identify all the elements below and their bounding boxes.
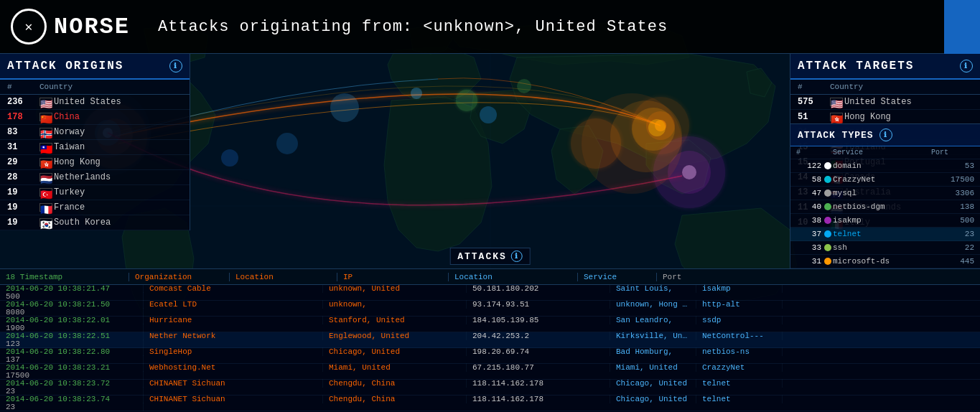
attack-type-row[interactable]: 40 netbios-dgm 138 bbox=[790, 200, 980, 214]
row-org: Webhosting.Net bbox=[144, 363, 323, 372]
table-row[interactable]: 2014-06-20 10:38:23.72 CHINANET Sichuan … bbox=[0, 380, 980, 395]
attacks-label: ATTACKS ℹ bbox=[449, 248, 531, 265]
attack-type-row[interactable]: 58 CrazzyNet 17500 bbox=[790, 173, 980, 187]
row-target-location: Chicago, United bbox=[610, 379, 696, 388]
attack-origins-header: ATTACK ORIGINS ℹ bbox=[0, 54, 190, 80]
row-target-location: San Leandro, bbox=[610, 316, 696, 324]
origins-row[interactable]: 19 🇹🇷 Turkey bbox=[0, 185, 190, 200]
at-port: 17500 bbox=[931, 175, 974, 184]
row-service: NetControl--- bbox=[696, 332, 783, 340]
targets-flag: 🇺🇸 bbox=[830, 98, 843, 106]
origins-count: 29 bbox=[7, 157, 39, 167]
attack-type-row[interactable]: 47 mysql 3306 bbox=[790, 187, 980, 200]
row-ip: 118.114.162.178 bbox=[467, 379, 610, 388]
row-service: telnet bbox=[696, 379, 783, 388]
attack-origins-info-icon[interactable]: ℹ bbox=[169, 60, 182, 72]
attack-types-info-icon[interactable]: ℹ bbox=[879, 128, 892, 141]
table-row[interactable]: 2014-06-20 10:38:22.80 SingleHop Chicago… bbox=[0, 348, 980, 364]
at-dot bbox=[824, 189, 831, 197]
table-row[interactable]: 2014-06-20 10:38:22.01 Hurricane Stanfor… bbox=[0, 317, 980, 332]
row-target-location: unknown, Hong Kong bbox=[610, 300, 696, 309]
origins-row[interactable]: 28 🇳🇱 Netherlands bbox=[0, 170, 190, 185]
at-port: 3306 bbox=[931, 189, 974, 197]
row-location: Stanford, United bbox=[323, 316, 467, 324]
targets-row[interactable]: 51 🇭🇰 Hong Kong bbox=[790, 110, 980, 125]
at-count: 58 bbox=[796, 175, 821, 184]
at-dot bbox=[824, 244, 831, 251]
table-row[interactable]: 2014-06-20 10:38:23.74 CHINANET Sichuan … bbox=[0, 395, 980, 411]
row-ip: 118.114.162.178 bbox=[467, 395, 610, 403]
row-port: 8080 bbox=[0, 308, 144, 317]
at-col-number: # bbox=[796, 149, 821, 156]
row-org: Nether Network bbox=[144, 332, 323, 340]
targets-row[interactable]: 575 🇺🇸 United States bbox=[790, 95, 980, 110]
origins-row[interactable]: 19 🇫🇷 France bbox=[0, 200, 190, 215]
row-service: telnet bbox=[696, 395, 783, 403]
attack-types-col-header: # Service Port bbox=[790, 146, 980, 159]
attack-type-row[interactable]: 122 domain 53 bbox=[790, 159, 980, 173]
row-org: Hurricane bbox=[144, 316, 323, 324]
at-dot bbox=[824, 217, 831, 224]
at-name: domain bbox=[833, 161, 931, 170]
attack-targets-info-icon[interactable]: ℹ bbox=[960, 60, 973, 72]
origins-name: France bbox=[54, 202, 182, 212]
at-count: 37 bbox=[796, 230, 821, 238]
targets-col-number: # bbox=[798, 83, 830, 91]
attack-types-rows-container: 122 domain 53 58 CrazzyNet 17500 47 mysq… bbox=[790, 159, 980, 268]
row-target-location: Chicago, United bbox=[610, 395, 696, 403]
table-row[interactable]: 2014-06-20 10:38:21.50 Ecatel LTD unknow… bbox=[0, 301, 980, 317]
attack-type-row[interactable]: 31 microsoft-ds 445 bbox=[790, 255, 980, 268]
at-name: microsoft-ds bbox=[833, 257, 931, 266]
targets-flag: 🇭🇰 bbox=[830, 113, 843, 121]
origins-name: South Korea bbox=[54, 217, 182, 228]
header: ✕ NORSE Attacks originating from: <unkno… bbox=[0, 0, 980, 54]
at-dot bbox=[824, 203, 831, 210]
origins-count: 19 bbox=[7, 187, 39, 197]
origins-row[interactable]: 236 🇺🇸 United States bbox=[0, 95, 190, 110]
row-ip: 198.20.69.74 bbox=[467, 347, 610, 356]
attack-type-row[interactable]: 38 isakmp 500 bbox=[790, 214, 980, 228]
table-row[interactable]: 2014-06-20 10:38:23.21 Webhosting.Net Mi… bbox=[0, 364, 980, 380]
origins-col-number: # bbox=[7, 83, 39, 91]
origins-count: 236 bbox=[7, 97, 39, 107]
row-ip: 184.105.139.85 bbox=[467, 316, 610, 324]
targets-name: Hong Kong bbox=[844, 112, 973, 122]
logo-icon: ✕ bbox=[11, 9, 47, 45]
at-count: 47 bbox=[796, 189, 821, 197]
row-port: 23 bbox=[0, 387, 144, 395]
attacks-info-icon[interactable]: ℹ bbox=[511, 251, 523, 262]
origins-row[interactable]: 83 🇳🇴 Norway bbox=[0, 125, 190, 140]
targets-count: 575 bbox=[798, 97, 830, 107]
row-location: Englewood, United bbox=[323, 332, 467, 340]
row-port: 17500 bbox=[0, 371, 144, 380]
origins-flag: 🇭🇰 bbox=[39, 158, 52, 167]
at-name: telnet bbox=[833, 230, 931, 238]
row-org: Comcast Cable bbox=[144, 284, 323, 293]
row-location: unknown, bbox=[323, 300, 467, 309]
origins-flag: 🇰🇷 bbox=[39, 218, 52, 227]
row-service: http-alt bbox=[696, 300, 783, 309]
origins-name: Hong Kong bbox=[54, 157, 182, 167]
origins-row[interactable]: 178 🇨🇳 China bbox=[0, 110, 190, 125]
row-service: netbios-ns bbox=[696, 347, 783, 356]
origins-flag: 🇹🇼 bbox=[39, 143, 52, 151]
attack-type-row[interactable]: 37 telnet 23 bbox=[790, 228, 980, 241]
at-count: 33 bbox=[796, 243, 821, 252]
attack-origins-panel: ATTACK ORIGINS ℹ # Country 236 🇺🇸 United… bbox=[0, 54, 190, 230]
origins-row[interactable]: 29 🇭🇰 Hong Kong bbox=[0, 155, 190, 170]
table-row[interactable]: 2014-06-20 10:38:21.47 Comcast Cable unk… bbox=[0, 285, 980, 301]
row-target-location: Saint Louis, bbox=[610, 284, 696, 293]
at-count: 31 bbox=[796, 257, 821, 266]
attack-types-header: ATTACK TYPES ℹ bbox=[790, 124, 980, 146]
origins-row[interactable]: 19 🇰🇷 South Korea bbox=[0, 215, 190, 230]
attacker-col-header: Organization bbox=[129, 273, 230, 281]
at-port: 138 bbox=[931, 202, 974, 211]
attack-type-row[interactable]: 33 ssh 22 bbox=[790, 241, 980, 255]
table-row[interactable]: 2014-06-20 10:38:22.51 Nether Network En… bbox=[0, 332, 980, 348]
origins-row[interactable]: 31 🇹🇼 Taiwan bbox=[0, 140, 190, 155]
attack-types-title: ATTACK TYPES bbox=[798, 130, 874, 141]
row-location: Chengdu, China bbox=[323, 395, 467, 403]
origins-count: 19 bbox=[7, 202, 39, 212]
at-col-port: Port bbox=[931, 149, 974, 156]
row-port: 123 bbox=[0, 340, 144, 348]
